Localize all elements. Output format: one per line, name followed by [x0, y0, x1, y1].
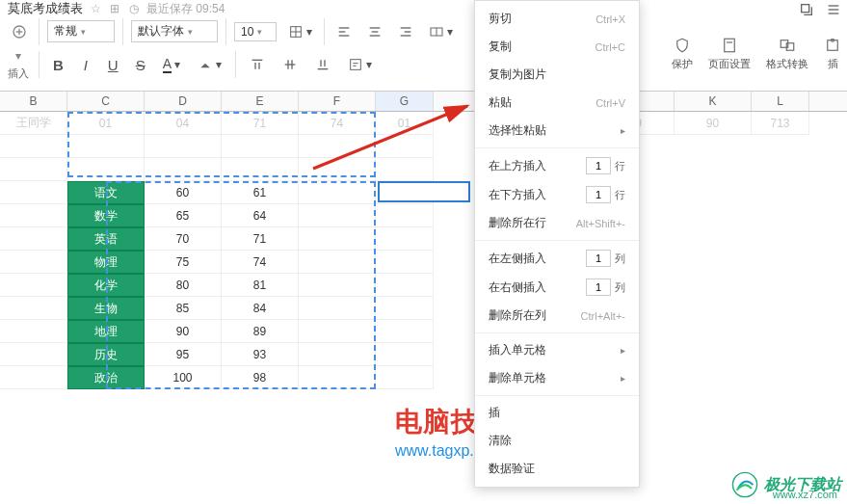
ctx-insert-left[interactable]: 在左侧插入列 — [475, 244, 639, 273]
col-header-e[interactable]: E — [222, 92, 299, 111]
subject-header[interactable]: 生物 — [67, 297, 145, 320]
cell[interactable]: 80 — [145, 274, 222, 297]
ctx-data-validation[interactable]: 数据验证 — [475, 455, 639, 483]
subject-header[interactable]: 数学 — [67, 204, 145, 227]
wrap-icon[interactable]: ▾ — [344, 54, 376, 75]
ctx-insert-cell[interactable]: 插入单元格▸ — [475, 336, 639, 364]
protect-button[interactable]: 保护 — [672, 37, 693, 71]
underline-button[interactable]: U — [104, 54, 122, 76]
subject-header[interactable]: 历史 — [67, 343, 145, 366]
format-convert-button[interactable]: 格式转换 — [766, 37, 808, 71]
page-setup-button[interactable]: 页面设置 — [708, 37, 751, 71]
align-left-icon[interactable] — [332, 21, 356, 42]
cell[interactable]: 90 — [675, 112, 752, 135]
star-icon[interactable]: ☆ — [89, 2, 102, 15]
align-right-icon[interactable] — [394, 21, 417, 42]
cols-right-input[interactable] — [586, 279, 611, 296]
col-header-l[interactable]: L — [752, 92, 809, 111]
col-header-k[interactable]: K — [675, 92, 752, 111]
valign-top-icon[interactable] — [246, 54, 269, 75]
cell[interactable]: 84 — [222, 297, 299, 320]
cell[interactable]: 81 — [222, 274, 299, 297]
subject-header[interactable]: 政治 — [67, 366, 145, 389]
cell[interactable]: 90 — [145, 320, 222, 343]
cell[interactable]: 75 — [145, 251, 222, 274]
ctx-delete-cell[interactable]: 删除单元格▸ — [475, 364, 639, 392]
subject-header[interactable]: 化学 — [67, 274, 145, 297]
cell[interactable]: 100 — [145, 366, 222, 389]
font-dropdown[interactable]: 默认字体▾ — [131, 20, 218, 42]
valign-bot-icon[interactable] — [311, 54, 334, 75]
download-site-watermark: 极光下载站 www.xz7.com — [731, 471, 841, 498]
add-icon[interactable] — [8, 21, 31, 42]
cell[interactable]: 61 — [222, 181, 299, 204]
bold-button[interactable]: B — [49, 54, 67, 76]
cell[interactable]: 65 — [145, 204, 222, 227]
cell[interactable]: 85 — [145, 297, 222, 320]
ctx-paste[interactable]: 粘贴Ctrl+V — [475, 89, 639, 117]
ctx-cut[interactable]: 剪切Ctrl+X — [475, 5, 639, 33]
cell[interactable]: 04 — [145, 112, 222, 135]
insert-label[interactable]: 插入 — [8, 66, 29, 81]
ctx-copy[interactable]: 复制Ctrl+C — [475, 33, 639, 61]
subject-header[interactable]: 地理 — [67, 320, 145, 343]
subject-header[interactable]: 物理 — [67, 251, 145, 274]
subject-header[interactable]: 语文 — [67, 181, 145, 204]
cell[interactable]: 王同学 — [0, 112, 67, 135]
cell[interactable]: 74 — [222, 251, 299, 274]
valign-mid-icon[interactable] — [278, 54, 302, 75]
table-row: 数学 65 64 — [0, 204, 847, 227]
ctx-paste-special[interactable]: 选择性粘贴▸ — [475, 117, 639, 145]
ctx-copy-as-image[interactable]: 复制为图片 — [475, 61, 639, 89]
cell[interactable]: 95 — [145, 343, 222, 366]
cell[interactable]: 64 — [222, 204, 299, 227]
cell[interactable]: 713 — [752, 112, 809, 135]
ctx-clear[interactable]: 清除 — [475, 427, 639, 455]
ctx-delete-col[interactable]: 删除所在列Ctrl+Alt+- — [475, 302, 639, 330]
chevron-right-icon: ▸ — [621, 125, 625, 136]
cell[interactable]: 01 — [67, 112, 145, 135]
cell[interactable]: 60 — [145, 181, 222, 204]
italic-button[interactable]: I — [77, 54, 94, 76]
rows-above-input[interactable] — [586, 157, 611, 174]
cell[interactable]: 71 — [222, 112, 299, 135]
strike-button[interactable]: S — [132, 54, 149, 76]
cell[interactable]: 70 — [145, 227, 222, 251]
cell[interactable]: 71 — [222, 227, 299, 251]
cell[interactable]: 01 — [376, 112, 434, 135]
table-row: 历史 95 93 — [0, 343, 847, 366]
share-icon[interactable] — [799, 2, 814, 17]
table-row: 生物 85 84 — [0, 297, 847, 320]
align-center-icon[interactable] — [363, 21, 386, 42]
ctx-insert-right[interactable]: 在右侧插入列 — [475, 273, 639, 302]
ctx-delete-row[interactable]: 删除所在行Alt+Shift+- — [475, 209, 639, 237]
ctx-insert-above[interactable]: 在上方插入行 — [475, 151, 639, 180]
subject-header[interactable]: 英语 — [67, 227, 145, 251]
cols-left-input[interactable] — [586, 250, 611, 267]
plugin-button[interactable]: 插 — [824, 37, 841, 71]
col-header-f[interactable]: F — [299, 92, 376, 111]
col-header-c[interactable]: C — [67, 92, 145, 111]
cell[interactable]: 93 — [222, 343, 299, 366]
ctx-insert-below[interactable]: 在下方插入行 — [475, 180, 639, 209]
col-header-b[interactable]: B — [0, 92, 67, 111]
font-color-button[interactable]: A▾ — [159, 53, 184, 76]
col-header-g[interactable]: G — [376, 92, 434, 111]
fill-color-button[interactable]: ▾ — [194, 54, 225, 75]
border-icon[interactable]: ▾ — [284, 21, 316, 42]
svg-rect-31 — [725, 39, 735, 52]
add-tab-icon[interactable]: ⊞ — [108, 2, 121, 15]
chevron-right-icon: ▸ — [621, 345, 625, 356]
selected-cell[interactable] — [378, 181, 470, 202]
ctx-insert[interactable]: 插 — [475, 399, 639, 427]
merge-icon[interactable]: ▾ — [425, 21, 457, 42]
col-header-d[interactable]: D — [145, 92, 222, 111]
table-row: 化学 80 81 — [0, 274, 847, 297]
cell[interactable]: 89 — [222, 320, 299, 343]
style-dropdown[interactable]: 常规▾ — [47, 20, 115, 42]
menu-icon[interactable] — [826, 2, 841, 17]
fontsize-dropdown[interactable]: 10▾ — [234, 22, 277, 41]
cell[interactable]: 98 — [222, 366, 299, 389]
rows-below-input[interactable] — [586, 186, 611, 203]
cell[interactable]: 74 — [299, 112, 376, 135]
